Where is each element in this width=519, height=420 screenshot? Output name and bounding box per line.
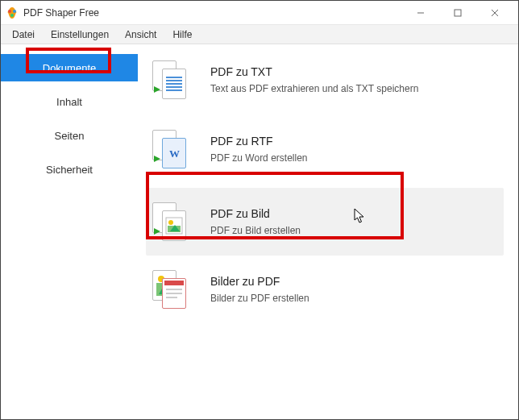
- tool-title: Bilder zu PDF: [210, 275, 309, 288]
- sidebar-item-label: Inhalt: [56, 96, 82, 108]
- tool-text: PDF zu RTF PDF zu Word erstellen: [210, 135, 308, 164]
- window-controls: [402, 1, 513, 25]
- pdf-txt-icon: [151, 59, 193, 101]
- sidebar-item-inhalt[interactable]: Inhalt: [1, 88, 138, 115]
- app-title: PDF Shaper Free: [23, 7, 402, 19]
- pdf-image-icon: [151, 201, 193, 243]
- menu-file[interactable]: Datei: [4, 27, 43, 43]
- sidebar-item-sicherheit[interactable]: Sicherheit: [1, 156, 138, 183]
- pdf-rtf-icon: W: [151, 128, 193, 170]
- minimize-button[interactable]: [402, 1, 439, 25]
- sidebar-item-label: Seiten: [55, 130, 85, 142]
- maximize-button[interactable]: [439, 1, 476, 25]
- images-pdf-icon: [151, 268, 193, 310]
- svg-point-1: [13, 10, 16, 13]
- menubar: Datei Einstellungen Ansicht Hilfe: [1, 25, 518, 44]
- close-button[interactable]: [476, 1, 513, 25]
- sidebar-item-label: Sicherheit: [46, 164, 93, 176]
- tool-title: PDF zu TXT: [210, 65, 418, 78]
- tool-desc: PDF zu Bild erstellen: [210, 225, 301, 236]
- svg-point-2: [10, 14, 14, 17]
- tool-pdf-to-txt[interactable]: PDF zu TXT Text aus PDF extrahieren und …: [146, 52, 504, 107]
- tool-text: Bilder zu PDF Bilder zu PDF erstellen: [210, 275, 309, 304]
- app-icon: [6, 6, 19, 19]
- svg-rect-16: [166, 289, 182, 290]
- sidebar-item-dokumente[interactable]: Dokumente: [1, 54, 138, 81]
- tool-pdf-to-rtf[interactable]: W PDF zu RTF PDF zu Word erstellen: [146, 122, 504, 177]
- sidebar: Dokumente Inhalt Seiten Sicherheit: [1, 44, 138, 419]
- svg-rect-15: [164, 281, 184, 285]
- titlebar: PDF Shaper Free: [1, 1, 518, 25]
- tool-desc: PDF zu Word erstellen: [210, 152, 308, 164]
- menu-help[interactable]: Hilfe: [164, 27, 200, 43]
- svg-rect-18: [166, 297, 177, 298]
- app-window: PDF Shaper Free Datei Einstellungen Ansi…: [0, 0, 519, 420]
- content-area: PDF zu TXT Text aus PDF extrahieren und …: [138, 44, 518, 419]
- svg-rect-17: [166, 293, 182, 294]
- svg-rect-4: [455, 10, 461, 16]
- tool-pdf-to-image[interactable]: PDF zu Bild PDF zu Bild erstellen: [146, 188, 504, 256]
- svg-text:W: W: [169, 148, 180, 160]
- body: Dokumente Inhalt Seiten Sicherheit PDF z…: [1, 44, 518, 419]
- menu-settings[interactable]: Einstellungen: [43, 27, 117, 43]
- tool-desc: Bilder zu PDF erstellen: [210, 293, 309, 304]
- svg-point-0: [8, 10, 11, 13]
- sidebar-item-seiten[interactable]: Seiten: [1, 122, 138, 149]
- tool-desc: Text aus PDF extrahieren und als TXT spe…: [210, 83, 418, 94]
- sidebar-item-label: Dokumente: [43, 62, 96, 74]
- menu-view[interactable]: Ansicht: [117, 27, 164, 43]
- tool-title: PDF zu RTF: [210, 135, 308, 148]
- tool-title: PDF zu Bild: [210, 207, 301, 220]
- tool-text: PDF zu TXT Text aus PDF extrahieren und …: [210, 65, 418, 94]
- svg-point-10: [168, 220, 173, 225]
- tool-text: PDF zu Bild PDF zu Bild erstellen: [210, 207, 301, 236]
- tool-images-to-pdf[interactable]: Bilder zu PDF Bilder zu PDF erstellen: [146, 262, 504, 317]
